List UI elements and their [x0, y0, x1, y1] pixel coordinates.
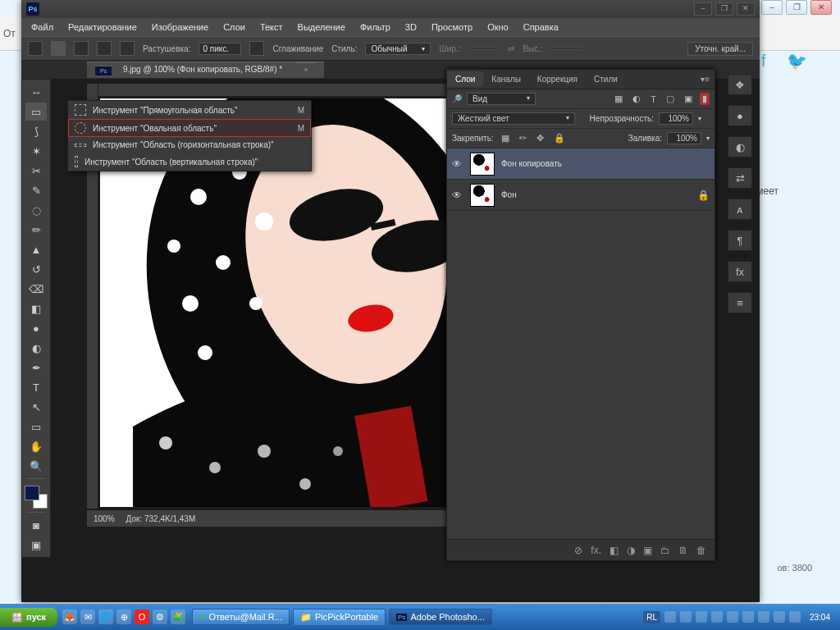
- tool-stamp[interactable]: ▲: [25, 240, 47, 258]
- tool-eraser[interactable]: ⌫: [25, 280, 47, 298]
- close-os[interactable]: ✕: [810, 0, 832, 15]
- close-tab-icon[interactable]: ×: [295, 62, 316, 76]
- lock-pos-icon[interactable]: ✥: [534, 133, 546, 144]
- menu-text[interactable]: Текст: [253, 20, 290, 34]
- sel-new-icon[interactable]: [51, 41, 66, 56]
- trash-icon[interactable]: 🗑: [696, 545, 706, 556]
- dock-adjust-icon[interactable]: ⇄: [728, 167, 752, 189]
- folder-icon[interactable]: 🗀: [660, 545, 670, 556]
- ps-close-button[interactable]: ✕: [737, 2, 755, 16]
- flyout-rect-marquee[interactable]: Инструмент "Прямоугольная область"M: [68, 101, 311, 119]
- menu-select[interactable]: Выделение: [291, 20, 352, 34]
- dock-prop-icon[interactable]: ≡: [728, 292, 752, 313]
- tray-icon[interactable]: [696, 611, 707, 623]
- tray-icon[interactable]: [758, 611, 769, 623]
- tab-layers[interactable]: Слои: [447, 71, 483, 87]
- filter-adj-icon[interactable]: ◐: [630, 94, 643, 104]
- tool-text[interactable]: T: [25, 378, 47, 396]
- tool-wand[interactable]: ✶: [25, 142, 47, 160]
- start-button[interactable]: 🪟 пуск: [0, 608, 57, 627]
- tool-screenmode[interactable]: ▣: [25, 536, 47, 554]
- tool-pen[interactable]: ✒: [25, 358, 47, 377]
- height-field[interactable]: [551, 47, 582, 50]
- lang-indicator[interactable]: RL: [643, 611, 660, 623]
- task-button[interactable]: PsAdobe Photosho...: [389, 609, 492, 625]
- layer-row[interactable]: 👁 Фон 🔒: [447, 180, 714, 211]
- sel-sub-icon[interactable]: [97, 41, 112, 56]
- tool-heal[interactable]: ◌: [25, 201, 47, 219]
- link-icon[interactable]: ⊘: [574, 545, 582, 556]
- sel-add-icon[interactable]: [74, 41, 89, 56]
- layer-thumb[interactable]: [470, 153, 495, 176]
- menu-image[interactable]: Изображение: [145, 20, 215, 34]
- refine-edge-button[interactable]: Уточн. край...: [687, 42, 753, 56]
- ql-icon[interactable]: 🧩: [171, 609, 185, 624]
- menu-filter[interactable]: Фильтр: [354, 20, 397, 34]
- tool-marquee[interactable]: ▭: [25, 103, 47, 121]
- ps-titlebar[interactable]: Ps – ❐ ✕: [21, 0, 760, 18]
- ql-icon[interactable]: ⊕: [116, 609, 131, 624]
- dock-char-icon[interactable]: ᴀ: [728, 199, 752, 220]
- tool-eyedrop[interactable]: ✎: [25, 181, 47, 199]
- tray-icon[interactable]: [742, 611, 754, 623]
- adj-icon[interactable]: ◑: [627, 545, 635, 556]
- ql-icon[interactable]: 🦊: [62, 609, 77, 624]
- task-button[interactable]: 📁PicPickPortable: [293, 609, 386, 626]
- tray-icon[interactable]: [789, 611, 801, 623]
- tool-gradient[interactable]: ◧: [25, 299, 47, 317]
- sel-int-icon[interactable]: [120, 41, 135, 56]
- tray-icon[interactable]: [774, 611, 785, 623]
- mask-icon[interactable]: ◧: [609, 545, 619, 556]
- width-field[interactable]: [468, 47, 500, 50]
- tool-zoom[interactable]: 🔍: [25, 457, 47, 475]
- tray-icon[interactable]: [711, 611, 723, 623]
- document-tab[interactable]: Ps9.jpg @ 100% (Фон копировать, RGB/8#) …: [87, 62, 324, 77]
- visibility-icon[interactable]: 👁: [452, 158, 463, 170]
- dock-swatch-icon[interactable]: ◐: [728, 136, 752, 158]
- ql-icon[interactable]: O: [135, 609, 149, 624]
- layer-thumb[interactable]: [470, 184, 495, 207]
- layer-row[interactable]: 👁 Фон копировать: [447, 148, 714, 180]
- marquee-preset-icon[interactable]: [28, 41, 43, 56]
- tool-shape[interactable]: ▭: [25, 418, 47, 436]
- filter-smart-icon[interactable]: ▣: [682, 94, 695, 104]
- max-os[interactable]: ❐: [786, 0, 807, 15]
- tool-quickmask[interactable]: ◙: [25, 516, 47, 534]
- fill-field[interactable]: 100%: [667, 132, 701, 144]
- ql-icon[interactable]: ✉: [80, 609, 95, 624]
- tray-icon[interactable]: [664, 611, 676, 623]
- ql-icon[interactable]: ⚙: [153, 609, 167, 624]
- lock-pix-icon[interactable]: ✏: [517, 133, 529, 144]
- visibility-icon[interactable]: 👁: [452, 189, 463, 201]
- flyout-row-marquee[interactable]: Инструмент "Область (горизонтальная стро…: [68, 137, 311, 153]
- fx-icon[interactable]: fx.: [591, 545, 601, 556]
- tool-crop[interactable]: ✂: [25, 162, 47, 180]
- color-swatches[interactable]: [25, 486, 48, 509]
- opacity-field[interactable]: 100%: [659, 112, 693, 125]
- style-select[interactable]: Обычный: [365, 43, 431, 55]
- lock-all-icon[interactable]: 🔒: [551, 133, 568, 144]
- lock-icon[interactable]: 🔒: [697, 189, 710, 201]
- new-layer-icon[interactable]: 🗎: [678, 545, 688, 556]
- tool-lasso[interactable]: ⟆: [25, 122, 47, 140]
- tool-move[interactable]: ↔: [25, 83, 47, 101]
- menu-window[interactable]: Окно: [481, 20, 515, 34]
- group-icon[interactable]: ▣: [643, 545, 652, 556]
- tab-styles[interactable]: Стили: [586, 71, 626, 87]
- feather-field[interactable]: 0 пикс.: [199, 43, 241, 55]
- filter-text-icon[interactable]: T: [648, 94, 659, 104]
- filter-shape-icon[interactable]: ▢: [664, 94, 677, 104]
- dock-color-icon[interactable]: ●: [728, 105, 752, 126]
- filter-kind-select[interactable]: Вид: [467, 93, 536, 105]
- lock-trans-icon[interactable]: ▦: [499, 133, 512, 144]
- menu-help[interactable]: Справка: [517, 20, 565, 34]
- ps-max-button[interactable]: ❐: [715, 2, 733, 16]
- blend-mode-select[interactable]: Жесткий свет: [452, 112, 575, 125]
- tool-brush[interactable]: ✏: [25, 221, 47, 239]
- ps-min-button[interactable]: –: [694, 2, 712, 16]
- min-os[interactable]: –: [761, 0, 783, 15]
- ql-icon[interactable]: 🌐: [98, 609, 113, 624]
- menu-layers[interactable]: Слои: [217, 20, 252, 34]
- filter-toggle[interactable]: ▮: [700, 93, 710, 105]
- menu-edit[interactable]: Редактирование: [62, 20, 144, 34]
